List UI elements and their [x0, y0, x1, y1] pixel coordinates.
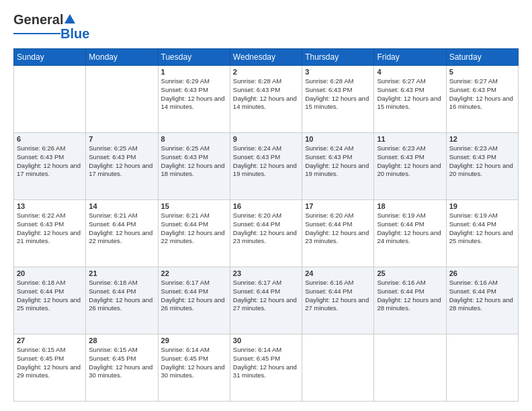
day-number: 2 [233, 68, 299, 76]
day-info: Sunrise: 6:26 AM Sunset: 6:43 PM Dayligh… [17, 144, 83, 179]
day-info: Sunrise: 6:29 AM Sunset: 6:43 PM Dayligh… [161, 77, 227, 111]
day-number: 6 [17, 135, 83, 143]
day-info: Sunrise: 6:15 AM Sunset: 6:45 PM Dayligh… [89, 346, 154, 380]
calendar-cell [14, 66, 86, 133]
day-info: Sunrise: 6:18 AM Sunset: 6:44 PM Dayligh… [17, 279, 83, 313]
day-info: Sunrise: 6:27 AM Sunset: 6:43 PM Dayligh… [377, 77, 443, 111]
calendar-cell [374, 334, 446, 402]
day-number: 23 [233, 269, 299, 277]
day-number: 3 [305, 68, 371, 76]
day-info: Sunrise: 6:28 AM Sunset: 6:43 PM Dayligh… [233, 77, 299, 111]
day-info: Sunrise: 6:23 AM Sunset: 6:43 PM Dayligh… [449, 144, 515, 179]
day-info: Sunrise: 6:23 AM Sunset: 6:43 PM Dayligh… [377, 144, 443, 179]
day-info: Sunrise: 6:19 AM Sunset: 6:44 PM Dayligh… [449, 212, 515, 246]
calendar-cell: 26Sunrise: 6:16 AM Sunset: 6:44 PM Dayli… [446, 267, 518, 334]
day-info: Sunrise: 6:25 AM Sunset: 6:43 PM Dayligh… [161, 144, 227, 179]
day-number: 4 [377, 68, 443, 76]
calendar-cell: 16Sunrise: 6:20 AM Sunset: 6:44 PM Dayli… [230, 200, 302, 267]
calendar-cell [86, 66, 158, 133]
day-info: Sunrise: 6:17 AM Sunset: 6:44 PM Dayligh… [233, 279, 299, 313]
calendar-cell: 19Sunrise: 6:19 AM Sunset: 6:44 PM Dayli… [446, 200, 518, 267]
day-info: Sunrise: 6:15 AM Sunset: 6:45 PM Dayligh… [17, 346, 83, 380]
day-number: 25 [377, 269, 443, 277]
calendar-week-3: 13Sunrise: 6:22 AM Sunset: 6:43 PM Dayli… [14, 200, 519, 267]
calendar-week-1: 1Sunrise: 6:29 AM Sunset: 6:43 PM Daylig… [14, 66, 519, 133]
day-info: Sunrise: 6:22 AM Sunset: 6:43 PM Dayligh… [17, 212, 83, 246]
day-info: Sunrise: 6:21 AM Sunset: 6:44 PM Dayligh… [89, 212, 154, 246]
calendar-cell: 7Sunrise: 6:25 AM Sunset: 6:43 PM Daylig… [86, 133, 158, 200]
day-number: 27 [17, 336, 83, 345]
calendar-cell: 13Sunrise: 6:22 AM Sunset: 6:43 PM Dayli… [14, 200, 86, 267]
calendar-week-2: 6Sunrise: 6:26 AM Sunset: 6:43 PM Daylig… [14, 133, 519, 200]
day-number: 29 [161, 336, 227, 345]
day-info: Sunrise: 6:16 AM Sunset: 6:44 PM Dayligh… [305, 279, 371, 313]
day-info: Sunrise: 6:21 AM Sunset: 6:44 PM Dayligh… [161, 212, 227, 246]
day-number: 17 [305, 202, 371, 210]
calendar-cell: 21Sunrise: 6:18 AM Sunset: 6:44 PM Dayli… [86, 267, 158, 334]
col-header-saturday: Saturday [446, 49, 518, 66]
day-number: 12 [449, 135, 515, 143]
calendar-cell: 10Sunrise: 6:24 AM Sunset: 6:43 PM Dayli… [302, 133, 374, 200]
calendar-cell [302, 334, 374, 402]
day-info: Sunrise: 6:19 AM Sunset: 6:44 PM Dayligh… [377, 212, 443, 246]
day-number: 24 [305, 269, 371, 277]
calendar-cell: 1Sunrise: 6:29 AM Sunset: 6:43 PM Daylig… [158, 66, 230, 133]
calendar-cell: 2Sunrise: 6:28 AM Sunset: 6:43 PM Daylig… [230, 66, 302, 133]
page: General Blue SundayMondayTuesdayWednesda… [0, 0, 532, 411]
day-info: Sunrise: 6:18 AM Sunset: 6:44 PM Dayligh… [89, 279, 154, 313]
col-header-wednesday: Wednesday [230, 49, 302, 66]
calendar-cell: 14Sunrise: 6:21 AM Sunset: 6:44 PM Dayli… [86, 200, 158, 267]
day-info: Sunrise: 6:14 AM Sunset: 6:45 PM Dayligh… [233, 346, 299, 380]
day-info: Sunrise: 6:20 AM Sunset: 6:44 PM Dayligh… [305, 212, 371, 246]
day-info: Sunrise: 6:24 AM Sunset: 6:43 PM Dayligh… [305, 144, 371, 179]
day-number: 14 [89, 202, 154, 210]
calendar-cell: 11Sunrise: 6:23 AM Sunset: 6:43 PM Dayli… [374, 133, 446, 200]
day-info: Sunrise: 6:16 AM Sunset: 6:44 PM Dayligh… [377, 279, 443, 313]
calendar-cell: 28Sunrise: 6:15 AM Sunset: 6:45 PM Dayli… [86, 334, 158, 402]
logo-blue: Blue [60, 26, 89, 42]
day-number: 13 [17, 202, 83, 210]
day-info: Sunrise: 6:20 AM Sunset: 6:44 PM Dayligh… [233, 212, 299, 246]
day-number: 21 [89, 269, 154, 277]
calendar-cell: 29Sunrise: 6:14 AM Sunset: 6:45 PM Dayli… [158, 334, 230, 402]
calendar-cell: 30Sunrise: 6:14 AM Sunset: 6:45 PM Dayli… [230, 334, 302, 402]
calendar-cell: 24Sunrise: 6:16 AM Sunset: 6:44 PM Dayli… [302, 267, 374, 334]
day-number: 11 [377, 135, 443, 143]
calendar-table: SundayMondayTuesdayWednesdayThursdayFrid… [13, 48, 519, 402]
logo-general: General [13, 12, 63, 28]
calendar-week-5: 27Sunrise: 6:15 AM Sunset: 6:45 PM Dayli… [14, 334, 519, 402]
logo-icon [64, 13, 76, 25]
calendar-cell: 6Sunrise: 6:26 AM Sunset: 6:43 PM Daylig… [14, 133, 86, 200]
day-info: Sunrise: 6:28 AM Sunset: 6:43 PM Dayligh… [305, 77, 371, 111]
day-number: 5 [449, 68, 515, 76]
day-info: Sunrise: 6:24 AM Sunset: 6:43 PM Dayligh… [233, 144, 299, 179]
day-number: 10 [305, 135, 371, 143]
day-number: 1 [161, 68, 227, 76]
logo: General Blue [13, 12, 89, 42]
calendar-cell: 3Sunrise: 6:28 AM Sunset: 6:43 PM Daylig… [302, 66, 374, 133]
col-header-tuesday: Tuesday [158, 49, 230, 66]
calendar-week-4: 20Sunrise: 6:18 AM Sunset: 6:44 PM Dayli… [14, 267, 519, 334]
day-number: 26 [449, 269, 515, 277]
day-number: 22 [161, 269, 227, 277]
calendar-cell: 18Sunrise: 6:19 AM Sunset: 6:44 PM Dayli… [374, 200, 446, 267]
calendar-cell: 23Sunrise: 6:17 AM Sunset: 6:44 PM Dayli… [230, 267, 302, 334]
day-info: Sunrise: 6:25 AM Sunset: 6:43 PM Dayligh… [89, 144, 154, 179]
day-number: 19 [449, 202, 515, 210]
calendar-cell: 4Sunrise: 6:27 AM Sunset: 6:43 PM Daylig… [374, 66, 446, 133]
calendar-cell: 17Sunrise: 6:20 AM Sunset: 6:44 PM Dayli… [302, 200, 374, 267]
calendar-cell: 9Sunrise: 6:24 AM Sunset: 6:43 PM Daylig… [230, 133, 302, 200]
calendar-cell: 20Sunrise: 6:18 AM Sunset: 6:44 PM Dayli… [14, 267, 86, 334]
day-number: 20 [17, 269, 83, 277]
day-info: Sunrise: 6:14 AM Sunset: 6:45 PM Dayligh… [161, 346, 227, 380]
day-number: 7 [89, 135, 154, 143]
calendar-cell: 15Sunrise: 6:21 AM Sunset: 6:44 PM Dayli… [158, 200, 230, 267]
calendar-cell: 12Sunrise: 6:23 AM Sunset: 6:43 PM Dayli… [446, 133, 518, 200]
calendar-cell: 27Sunrise: 6:15 AM Sunset: 6:45 PM Dayli… [14, 334, 86, 402]
calendar-cell: 25Sunrise: 6:16 AM Sunset: 6:44 PM Dayli… [374, 267, 446, 334]
day-number: 30 [233, 336, 299, 345]
calendar-cell: 22Sunrise: 6:17 AM Sunset: 6:44 PM Dayli… [158, 267, 230, 334]
calendar-cell [446, 334, 518, 402]
calendar-cell: 8Sunrise: 6:25 AM Sunset: 6:43 PM Daylig… [158, 133, 230, 200]
svg-marker-0 [64, 14, 75, 24]
